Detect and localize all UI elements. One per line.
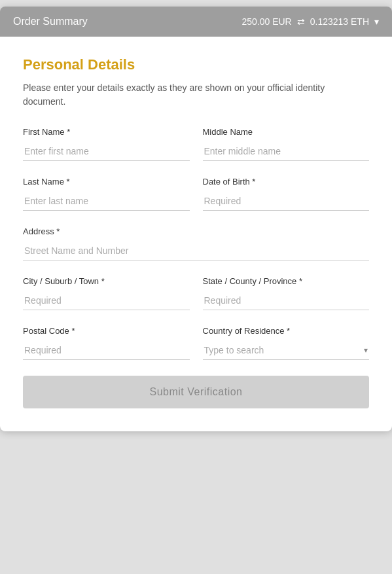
row-address: Address * [23,226,369,260]
submit-row: Submit Verification [23,376,369,408]
address-label: Address * [23,226,369,236]
middle-name-group: Middle Name [203,127,370,161]
postal-input[interactable] [23,341,190,360]
submit-button[interactable]: Submit Verification [23,376,369,408]
dob-group: Date of Birth * [203,177,370,211]
eth-amount: 0.123213 ETH [310,16,369,27]
first-name-label: First Name * [23,127,190,137]
country-select-text: Type to search [204,345,365,355]
dob-label: Date of Birth * [203,177,370,187]
country-group: Country of Residence * Type to search ▾ [203,326,370,360]
city-group: City / Suburb / Town * [23,276,190,310]
chevron-down-icon: ▾ [374,16,379,27]
middle-name-input[interactable] [203,142,370,161]
row-city-state: City / Suburb / Town * State / County / … [23,276,369,310]
address-input[interactable] [23,242,369,260]
first-name-input[interactable] [23,142,190,161]
last-name-label: Last Name * [23,177,190,187]
city-input[interactable] [23,291,190,310]
state-label: State / County / Province * [203,276,370,286]
country-label: Country of Residence * [203,326,370,336]
country-select[interactable]: Type to search ▾ [203,341,370,360]
row-last-dob: Last Name * Date of Birth * [23,177,369,211]
card-container: Order Summary 250.00 EUR ⇄ 0.123213 ETH … [0,7,392,431]
address-group: Address * [23,226,369,260]
first-name-group: First Name * [23,127,190,161]
section-title: Personal Details [23,56,369,73]
order-summary-label: Order Summary [13,16,88,27]
state-input[interactable] [203,291,370,310]
section-description: Please enter your details exactly as the… [23,81,369,109]
order-summary-right: 250.00 EUR ⇄ 0.123213 ETH ▾ [241,16,379,27]
row-postal-country: Postal Code * Country of Residence * Typ… [23,326,369,360]
order-amount: 250.00 EUR [241,16,291,27]
middle-name-label: Middle Name [203,127,370,137]
postal-label: Postal Code * [23,326,190,336]
exchange-icon: ⇄ [297,16,305,27]
state-group: State / County / Province * [203,276,370,310]
form-card: Personal Details Please enter your detai… [0,37,392,431]
city-label: City / Suburb / Town * [23,276,190,286]
row-name: First Name * Middle Name [23,127,369,161]
last-name-group: Last Name * [23,177,190,211]
last-name-input[interactable] [23,192,190,211]
dob-input[interactable] [203,192,370,211]
postal-group: Postal Code * [23,326,190,360]
order-summary-bar[interactable]: Order Summary 250.00 EUR ⇄ 0.123213 ETH … [0,7,392,37]
dropdown-arrow-icon: ▾ [364,346,368,355]
